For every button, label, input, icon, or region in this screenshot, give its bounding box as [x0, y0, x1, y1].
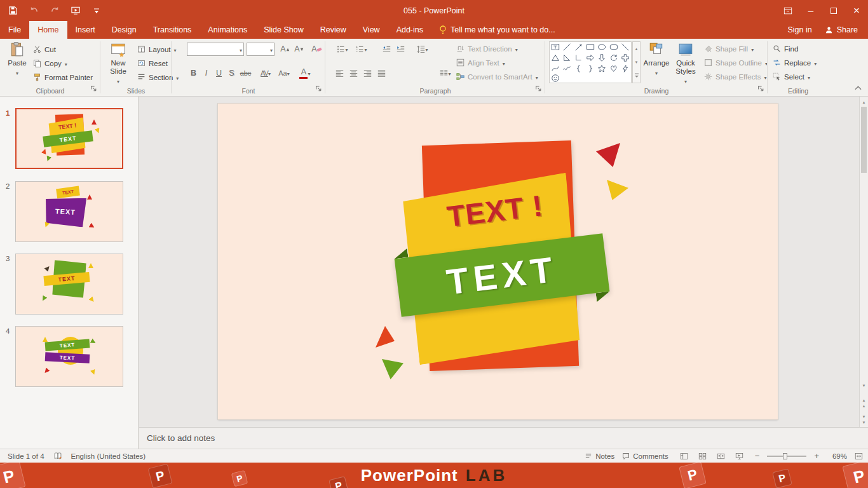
find-button[interactable]: Find: [773, 42, 798, 55]
text-direction-button[interactable]: Text Direction: [456, 42, 518, 55]
shape-elbow-icon[interactable]: [573, 53, 585, 64]
new-slide-dropdown[interactable]: [117, 77, 119, 85]
yellow-triangle-decor[interactable]: [607, 180, 628, 200]
shape-arrow-right-icon[interactable]: [585, 53, 596, 64]
bullets-button[interactable]: [334, 43, 351, 56]
grow-font-button[interactable]: A: [278, 43, 292, 56]
zoom-level[interactable]: 69%: [827, 452, 847, 460]
convert-smartart-button[interactable]: Convert to SmartArt: [456, 70, 538, 83]
line-spacing-button[interactable]: [414, 43, 431, 56]
slide-4-thumbnail[interactable]: TEXT TEXT: [15, 326, 123, 387]
tab-animations[interactable]: Animations: [200, 21, 255, 39]
tell-me-box[interactable]: Tell me what you want to do...: [431, 21, 563, 39]
shape-textbox-icon[interactable]: [550, 42, 561, 53]
ribbon-display-options-icon[interactable]: [776, 0, 799, 21]
shape-diagonal-icon[interactable]: [620, 42, 631, 53]
slide-2-thumbnail[interactable]: TEXT TEXT: [15, 181, 123, 242]
next-slide-button[interactable]: [860, 414, 868, 423]
cut-button[interactable]: Cut: [33, 43, 56, 56]
shape-outline-button[interactable]: Shape Outline: [704, 56, 768, 69]
slide-indicator[interactable]: Slide 1 of 4: [8, 452, 44, 460]
tab-home[interactable]: Home: [29, 21, 67, 39]
align-left-button[interactable]: [333, 67, 346, 80]
reset-button[interactable]: Reset: [137, 57, 168, 70]
scroll-up-icon[interactable]: [860, 98, 868, 107]
language-indicator[interactable]: English (United States): [71, 452, 146, 460]
tab-file[interactable]: File: [0, 21, 29, 39]
tab-slideshow[interactable]: Slide Show: [255, 21, 312, 39]
scroll-down-icon[interactable]: [860, 381, 868, 390]
reading-view-button[interactable]: [717, 452, 725, 460]
gallery-up-icon[interactable]: [633, 42, 640, 55]
tab-insert[interactable]: Insert: [67, 21, 104, 39]
shape-star-icon[interactable]: [596, 63, 607, 74]
tab-transitions[interactable]: Transitions: [145, 21, 200, 39]
slide-editor-area[interactable]: TEXT ! TEXT: [139, 97, 859, 427]
decrease-indent-button[interactable]: [380, 43, 393, 56]
proofing-icon[interactable]: [53, 452, 62, 460]
zoom-out-button[interactable]: [755, 451, 760, 461]
scrollbar-thumb[interactable]: [861, 107, 867, 173]
font-dialog-launcher[interactable]: [315, 85, 323, 93]
shapes-gallery[interactable]: [549, 41, 632, 83]
columns-button[interactable]: [437, 67, 454, 80]
notes-pane[interactable]: Click to add notes: [139, 427, 868, 449]
ribbon-text[interactable]: TEXT: [444, 248, 560, 302]
numbering-button[interactable]: [353, 43, 370, 56]
arrange-button[interactable]: Arrange: [642, 41, 671, 77]
copy-button[interactable]: Copy: [33, 57, 67, 70]
slide-canvas[interactable]: TEXT ! TEXT: [218, 104, 778, 419]
align-text-button[interactable]: Align Text: [456, 56, 505, 69]
shape-right-triangle-icon[interactable]: [561, 53, 573, 64]
bold-button[interactable]: B: [187, 67, 200, 80]
maximize-button[interactable]: [822, 0, 845, 21]
align-right-button[interactable]: [361, 67, 374, 80]
shrink-font-button[interactable]: A: [292, 43, 306, 56]
zoom-slider[interactable]: [767, 456, 806, 457]
drawing-dialog-launcher[interactable]: [757, 85, 765, 93]
shape-scribble-icon[interactable]: [561, 63, 573, 74]
zoom-in-button[interactable]: [814, 451, 819, 461]
new-slide-button[interactable]: New Slide: [103, 41, 133, 86]
slide-1-thumbnail[interactable]: TEXT ! TEXT: [15, 108, 123, 169]
shape-brace-left-icon[interactable]: [573, 63, 585, 74]
clipboard-dialog-launcher[interactable]: [90, 85, 98, 93]
font-color-button[interactable]: A: [296, 67, 314, 80]
customize-qat-icon[interactable]: [90, 4, 103, 17]
change-case-button[interactable]: Aa: [276, 67, 292, 80]
shape-heart-icon[interactable]: [607, 63, 619, 74]
share-button[interactable]: Share: [825, 25, 858, 34]
shape-triangle-icon[interactable]: [550, 53, 561, 64]
shapes-gallery-scroll[interactable]: [632, 41, 641, 83]
select-button[interactable]: Select: [773, 70, 810, 83]
shape-circular-arrow-icon[interactable]: [607, 53, 619, 64]
increase-indent-button[interactable]: [394, 43, 407, 56]
shape-brace-right-icon[interactable]: [585, 63, 596, 74]
replace-button[interactable]: Replace: [773, 56, 817, 69]
slide-sorter-view-button[interactable]: [698, 452, 707, 460]
undo-icon[interactable]: [27, 4, 40, 17]
green-triangle-decor[interactable]: [382, 359, 403, 379]
shape-lightning-icon[interactable]: [620, 63, 631, 74]
comments-toggle[interactable]: Comments: [622, 452, 668, 460]
normal-view-button[interactable]: [680, 452, 688, 460]
quick-styles-button[interactable]: Quick Styles: [671, 41, 700, 86]
gallery-down-icon[interactable]: [633, 55, 640, 69]
clear-formatting-button[interactable]: A: [310, 43, 323, 56]
tab-addins[interactable]: Add-ins: [388, 21, 431, 39]
previous-slide-button[interactable]: [860, 398, 868, 407]
gallery-more-icon[interactable]: [633, 69, 640, 83]
shape-oval-icon[interactable]: [596, 42, 607, 53]
redo-icon[interactable]: [48, 4, 61, 17]
paste-button[interactable]: Paste: [4, 41, 30, 77]
align-center-button[interactable]: [347, 67, 360, 80]
shape-rectangle-icon[interactable]: [585, 42, 596, 53]
collapse-ribbon-icon[interactable]: [853, 83, 863, 92]
shape-plus-icon[interactable]: [620, 53, 631, 64]
shape-arrow-line-icon[interactable]: [573, 42, 585, 53]
shape-curve-icon[interactable]: [550, 63, 561, 74]
vertical-scrollbar[interactable]: [859, 97, 868, 427]
shape-fill-button[interactable]: Shape Fill: [704, 42, 754, 55]
notes-toggle[interactable]: Notes: [585, 452, 614, 460]
notes-placeholder[interactable]: Click to add notes: [147, 433, 215, 443]
